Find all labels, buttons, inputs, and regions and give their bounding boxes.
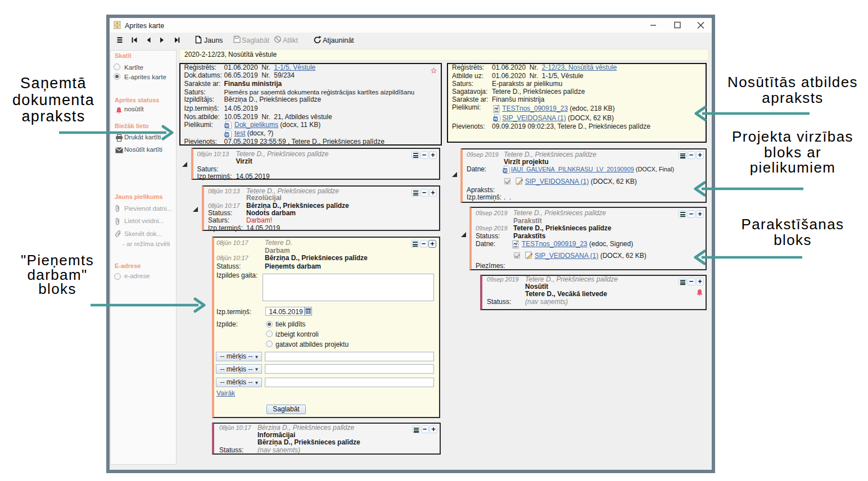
svg-text:W: W <box>225 132 229 136</box>
svg-text:W: W <box>503 168 507 172</box>
svg-text:W: W <box>225 124 229 128</box>
svg-text:W: W <box>494 116 498 120</box>
